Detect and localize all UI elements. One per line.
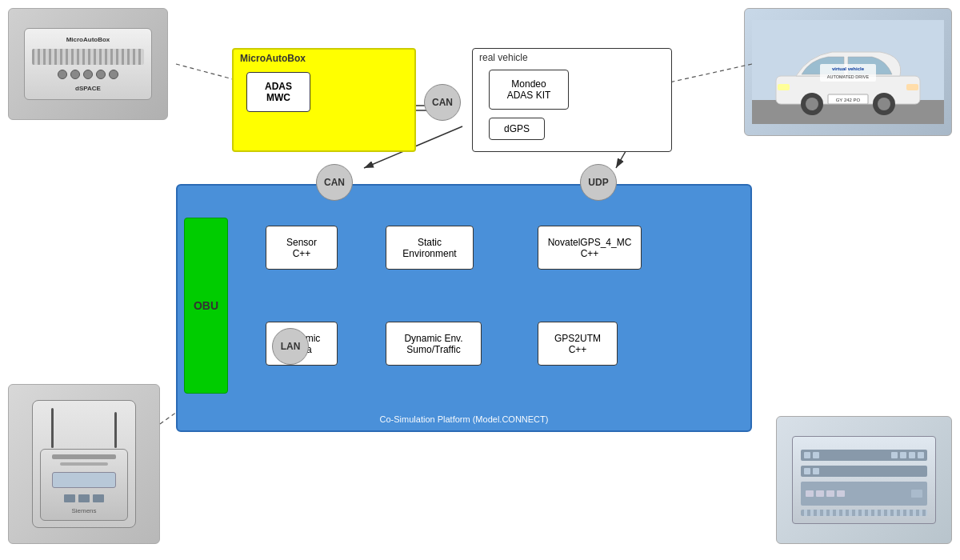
can-node-bottom: CAN: [316, 164, 353, 201]
static-label: Static: [418, 237, 442, 248]
diagram-area: MicroAutoBox ADAS MWC CAN real vehicle M…: [128, 40, 800, 488]
svg-point-7: [878, 98, 890, 110]
dynamic-env-label2: Sumo/Traffic: [406, 344, 460, 355]
lan-node: LAN: [272, 328, 309, 365]
dgps-box: dGPS: [489, 118, 545, 140]
sensor-box: Sensor C++: [266, 226, 338, 270]
svg-text:virtual vehicle: virtual vehicle: [832, 66, 865, 71]
can-node-top: CAN: [424, 84, 461, 121]
mwc-label: MWC: [266, 92, 290, 103]
gps2utm-label: GPS2UTM: [554, 333, 601, 344]
microautobox-area: MicroAutoBox ADAS MWC: [232, 48, 416, 152]
mab-brand-label: MicroAutoBox: [66, 36, 110, 43]
cosim-area: OBU Sensor C++ Static Environment Novate…: [176, 184, 752, 432]
svg-point-5: [806, 98, 818, 110]
dspace-brand-label: dSPACE: [75, 85, 101, 92]
adas-box: ADAS MWC: [246, 72, 310, 112]
dynamic-env-label: Dynamic Env.: [404, 333, 462, 344]
siemens-label: Siemens: [71, 507, 96, 514]
cosim-label: Co-Simulation Platform (Model.CONNECT): [380, 414, 549, 424]
static-env-box: Static Environment: [386, 226, 474, 270]
sensor-lang: C++: [293, 248, 311, 259]
environment-label: Environment: [402, 248, 456, 259]
microautobox-label: MicroAutoBox: [240, 53, 306, 64]
gps2utm-box: GPS2UTM C++: [538, 322, 618, 366]
novatel-lang: C++: [581, 248, 599, 259]
dynamic-env-box: Dynamic Env. Sumo/Traffic: [386, 322, 482, 366]
mondeo-label: Mondeo: [511, 78, 546, 90]
gps2utm-lang: C++: [569, 344, 587, 355]
svg-text:AUTOMATED DRIVE: AUTOMATED DRIVE: [827, 74, 870, 79]
sensor-label: Sensor: [286, 237, 317, 248]
novatel-label: NovatelGPS_4_MC: [548, 237, 632, 248]
adas-kit-label: ADAS KIT: [507, 90, 551, 101]
obu-box: OBU: [184, 218, 228, 394]
adas-label: ADAS: [265, 81, 292, 92]
real-vehicle-area: real vehicle Mondeo ADAS KIT dGPS: [472, 48, 672, 152]
svg-text:GY 242 PO: GY 242 PO: [836, 98, 861, 102]
real-vehicle-label: real vehicle: [479, 52, 528, 63]
photo-bottomright: [776, 416, 952, 544]
udp-node: UDP: [580, 164, 617, 201]
novatel-box: NovatelGPS_4_MC C++: [538, 226, 642, 270]
svg-rect-9: [906, 84, 918, 90]
mondeo-box: Mondeo ADAS KIT: [489, 70, 569, 110]
